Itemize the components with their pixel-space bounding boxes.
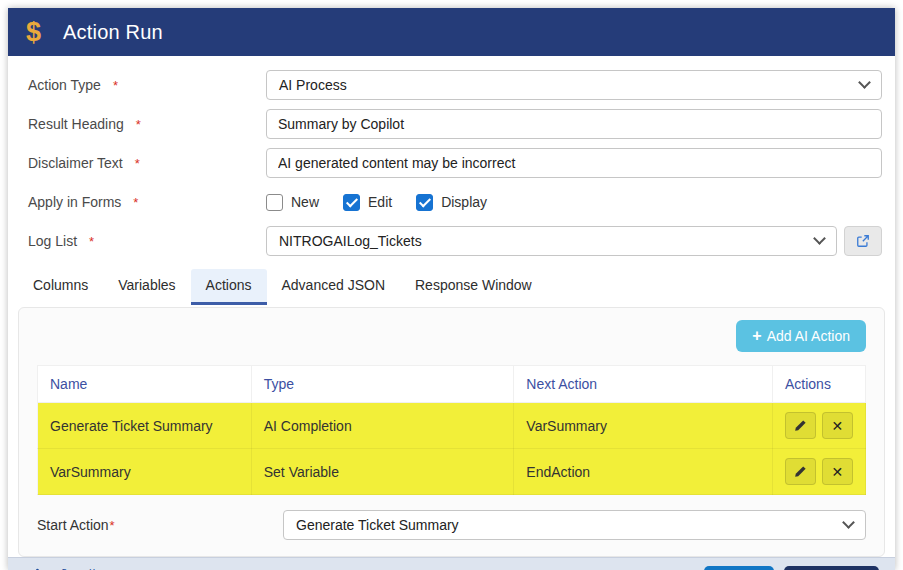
tab-response-window[interactable]: Response Window: [400, 269, 547, 305]
disclaimer-text-label: Disclaimer Text*: [28, 155, 266, 171]
column-header-name: Name: [38, 366, 252, 403]
disclaimer-text-row: Disclaimer Text*: [28, 148, 882, 178]
tab-actions[interactable]: Actions: [191, 269, 267, 305]
checkbox-edit[interactable]: Edit: [343, 194, 392, 211]
required-asterisk: *: [136, 117, 141, 132]
column-header-type: Type: [251, 366, 514, 403]
result-heading-row: Result Heading*: [28, 109, 882, 139]
cancel-button[interactable]: ✕ Cancel: [784, 566, 880, 570]
dollar-icon: $: [26, 17, 41, 48]
required-asterisk: *: [135, 156, 140, 171]
start-action-select[interactable]: Generate Ticket Summary: [283, 510, 866, 540]
dialog-header: $ Action Run: [8, 8, 895, 56]
table-row[interactable]: Generate Ticket Summary AI Completion Va…: [38, 403, 866, 449]
close-icon: ✕: [832, 418, 844, 434]
column-header-next-action: Next Action: [514, 366, 773, 403]
cell-next-action: VarSummary: [514, 403, 773, 449]
start-action-row: Start Action* Generate Ticket Summary: [37, 510, 866, 540]
required-asterisk: *: [113, 78, 118, 93]
result-heading-label: Result Heading*: [28, 116, 266, 132]
tab-columns[interactable]: Columns: [18, 269, 103, 305]
result-heading-input[interactable]: [266, 109, 882, 139]
dialog-footer: Powered by NITRO STUDIO ✓ Ok ✕ Cancel: [8, 557, 895, 570]
apply-in-forms-label: Apply in Forms*: [28, 194, 266, 210]
cell-next-action: EndAction: [514, 449, 773, 495]
required-asterisk: *: [133, 195, 138, 210]
start-action-label: Start Action*: [37, 517, 283, 533]
checkbox-display-label: Display: [441, 194, 487, 210]
cell-type: AI Completion: [251, 403, 514, 449]
table-row[interactable]: VarSummary Set Variable EndAction ✕: [38, 449, 866, 495]
plus-icon: +: [752, 328, 761, 344]
checkbox-edit-box[interactable]: [343, 194, 360, 211]
delete-row-button[interactable]: ✕: [822, 458, 853, 485]
disclaimer-text-input[interactable]: [266, 148, 882, 178]
edit-row-button[interactable]: [785, 412, 816, 439]
log-list-label: Log List*: [28, 233, 266, 249]
close-icon: ✕: [832, 464, 844, 480]
edit-row-button[interactable]: [785, 458, 816, 485]
tab-advanced-json[interactable]: Advanced JSON: [267, 269, 401, 305]
start-action-value: Generate Ticket Summary: [296, 517, 459, 533]
tab-bar: Columns Variables Actions Advanced JSON …: [8, 269, 895, 305]
cell-name: Generate Ticket Summary: [38, 403, 252, 449]
chevron-down-icon: [842, 516, 855, 529]
log-list-value: NITROGAILog_Tickets: [279, 233, 422, 249]
chevron-down-icon: [813, 232, 826, 245]
delete-row-button[interactable]: ✕: [822, 412, 853, 439]
dialog-title: Action Run: [63, 21, 163, 44]
apply-in-forms-group: New Edit Display: [266, 194, 882, 211]
ok-button[interactable]: ✓ Ok: [704, 566, 774, 570]
open-list-button[interactable]: [844, 226, 882, 256]
log-list-row: Log List* NITROGAILog_Tickets: [28, 226, 882, 256]
actions-tab-panel: + Add AI Action Name Type Next Action Ac…: [18, 307, 885, 557]
checkbox-edit-label: Edit: [368, 194, 392, 210]
action-type-value: AI Process: [279, 77, 347, 93]
tab-variables[interactable]: Variables: [103, 269, 190, 305]
checkbox-new-box[interactable]: [266, 194, 283, 211]
checkbox-display-box[interactable]: [416, 194, 433, 211]
checkbox-new[interactable]: New: [266, 194, 319, 211]
log-list-select[interactable]: NITROGAILog_Tickets: [266, 226, 837, 256]
apply-in-forms-row: Apply in Forms* New Edit Display: [28, 187, 882, 217]
form-area: Action Type* AI Process Result Heading* …: [8, 56, 895, 267]
chevron-down-icon: [858, 76, 871, 89]
pencil-icon: [794, 419, 807, 432]
action-type-select[interactable]: AI Process: [266, 70, 882, 100]
add-ai-action-button[interactable]: + Add AI Action: [736, 320, 866, 352]
table-header-row: Name Type Next Action Actions: [38, 366, 866, 403]
required-asterisk: *: [89, 234, 94, 249]
cell-type: Set Variable: [251, 449, 514, 495]
checkbox-new-label: New: [291, 194, 319, 210]
required-asterisk: *: [110, 518, 115, 533]
action-type-row: Action Type* AI Process: [28, 70, 882, 100]
external-link-icon: [856, 234, 870, 248]
cell-name: VarSummary: [38, 449, 252, 495]
pencil-icon: [794, 465, 807, 478]
checkbox-display[interactable]: Display: [416, 194, 487, 211]
action-type-label: Action Type*: [28, 77, 266, 93]
column-header-actions: Actions: [772, 366, 865, 403]
actions-table: Name Type Next Action Actions Generate T…: [37, 365, 866, 495]
action-run-dialog: $ Action Run Action Type* AI Process Res…: [8, 8, 895, 570]
